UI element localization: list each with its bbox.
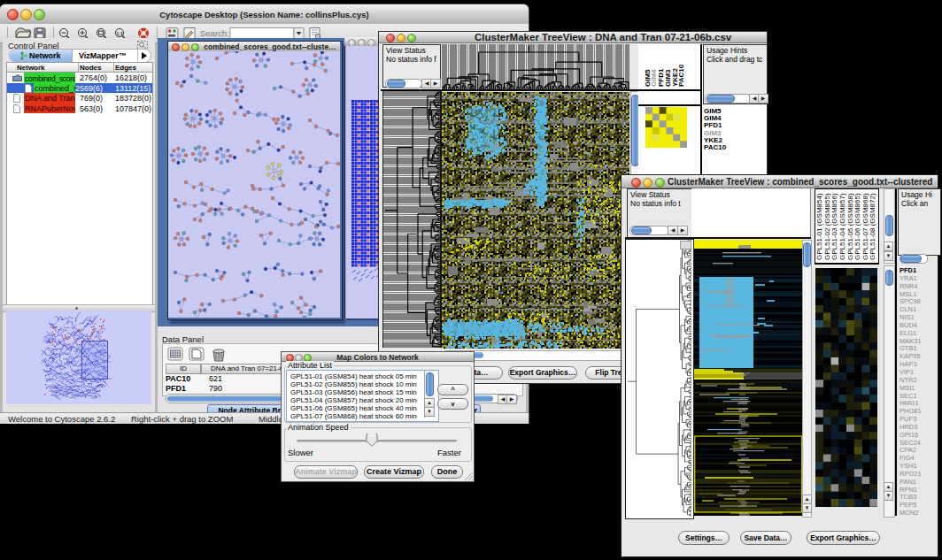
svg-text:PAC10: PAC10 <box>677 64 685 87</box>
svg-text:1:1: 1:1 <box>117 31 123 36</box>
svg-text:Search:: Search: <box>200 28 229 38</box>
svg-text:GPL51-08 (GSM872): GPL51-08 (GSM872) <box>869 193 876 260</box>
